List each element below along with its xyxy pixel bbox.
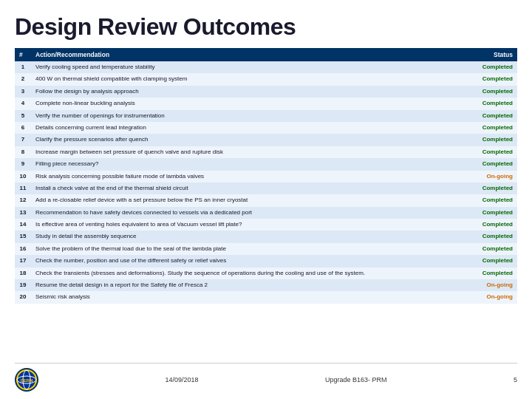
table-row: 20Seismic risk analysisOn-going (15, 291, 517, 303)
row-action: Follow the design by analysis approach (31, 86, 469, 98)
row-number: 15 (15, 231, 31, 242)
row-action: Verify cooling speed and temperature sta… (31, 61, 469, 73)
row-action: Seismic risk analysis (31, 291, 469, 303)
row-number: 12 (15, 194, 31, 206)
row-status: On-going (469, 291, 517, 303)
table-wrap: # Action/Recommendation Status 1Verify c… (15, 48, 517, 360)
table-row: 8Increase margin between set pressure of… (15, 146, 517, 158)
footer: CERN 14/09/2018 Upgrade B163- PRM 5 (15, 363, 517, 392)
row-action: Study in detail the assembly sequence (31, 231, 469, 242)
table-row: 4Complete non-linear buckling analysisCo… (15, 98, 517, 109)
row-number: 3 (15, 86, 31, 98)
row-status: Completed (469, 61, 517, 73)
table-row: 16Solve the problem of the thermal load … (15, 243, 517, 255)
col-header-status: Status (469, 48, 517, 61)
row-status: Completed (469, 146, 517, 158)
row-status: On-going (469, 171, 517, 183)
svg-text:CERN: CERN (20, 378, 33, 383)
row-number: 1 (15, 61, 31, 73)
col-header-action: Action/Recommendation (31, 48, 469, 61)
row-status: Completed (469, 207, 517, 219)
table-row: 17Check the number, position and use of … (15, 255, 517, 267)
row-status: Completed (469, 243, 517, 255)
row-status: Completed (469, 231, 517, 242)
row-status: Completed (469, 219, 517, 231)
row-action: Clarify the pressure scenarios after que… (31, 134, 469, 146)
row-action: Install a check valve at the end of the … (31, 183, 469, 194)
row-status: Completed (469, 158, 517, 170)
row-action: 400 W on thermal shield compatible with … (31, 73, 469, 85)
row-number: 5 (15, 110, 31, 122)
row-action: Check the transients (stresses and defor… (31, 267, 469, 279)
table-row: 10Risk analysis concerning possible fail… (15, 171, 517, 183)
row-number: 11 (15, 183, 31, 194)
page-title: Design Review Outcomes (15, 13, 517, 41)
row-number: 8 (15, 146, 31, 158)
row-action: Resume the detail design in a report for… (31, 279, 469, 291)
table-row: 6Details concerning current lead integra… (15, 122, 517, 134)
row-action: Add a re-closable relief device with a s… (31, 194, 469, 206)
row-status: Completed (469, 134, 517, 146)
table-row: 12Add a re-closable relief device with a… (15, 194, 517, 206)
row-status: Completed (469, 98, 517, 109)
col-header-num: # (15, 48, 31, 61)
table-row: 19Resume the detail design in a report f… (15, 279, 517, 291)
row-number: 4 (15, 98, 31, 109)
row-number: 14 (15, 219, 31, 231)
row-number: 20 (15, 291, 31, 303)
row-status: Completed (469, 86, 517, 98)
row-status: Completed (469, 194, 517, 206)
outcomes-table: # Action/Recommendation Status 1Verify c… (15, 48, 517, 304)
table-row: 3Follow the design by analysis approachC… (15, 86, 517, 98)
row-number: 16 (15, 243, 31, 255)
table-row: 18Check the transients (stresses and def… (15, 267, 517, 279)
row-number: 18 (15, 267, 31, 279)
row-number: 10 (15, 171, 31, 183)
row-action: Complete non-linear buckling analysis (31, 98, 469, 109)
row-action: Recommendation to have safety devices co… (31, 207, 469, 219)
table-row: 7Clarify the pressure scenarios after qu… (15, 134, 517, 146)
table-header-row: # Action/Recommendation Status (15, 48, 517, 61)
row-number: 2 (15, 73, 31, 85)
table-row: 13Recommendation to have safety devices … (15, 207, 517, 219)
row-action: Details concerning current lead integrat… (31, 122, 469, 134)
row-action: Filling piece necessary? (31, 158, 469, 170)
row-status: Completed (469, 255, 517, 267)
table-row: 1Verify cooling speed and temperature st… (15, 61, 517, 73)
row-number: 9 (15, 158, 31, 170)
table-row: 5Verify the number of openings for instr… (15, 110, 517, 122)
footer-page: 5 (514, 376, 517, 383)
row-number: 19 (15, 279, 31, 291)
row-status: Completed (469, 110, 517, 122)
row-status: Completed (469, 122, 517, 134)
row-status: Completed (469, 183, 517, 194)
row-number: 7 (15, 134, 31, 146)
table-row: 14Is effective area of venting holes equ… (15, 219, 517, 231)
row-status: Completed (469, 267, 517, 279)
row-action: Solve the problem of the thermal load du… (31, 243, 469, 255)
row-number: 6 (15, 122, 31, 134)
row-action: Verify the number of openings for instru… (31, 110, 469, 122)
row-action: Check the number, position and use of th… (31, 255, 469, 267)
table-row: 9Filling piece necessary?Completed (15, 158, 517, 170)
row-status: Completed (469, 73, 517, 85)
footer-date: 14/09/2018 (165, 376, 198, 383)
table-row: 2400 W on thermal shield compatible with… (15, 73, 517, 85)
table-row: 11Install a check valve at the end of th… (15, 183, 517, 194)
footer-info: Upgrade B163- PRM (325, 376, 387, 383)
row-action: Risk analysis concerning possible failur… (31, 171, 469, 183)
page: Design Review Outcomes # Action/Recommen… (0, 0, 532, 399)
row-action: Is effective area of venting holes equiv… (31, 219, 469, 231)
logo-circle: CERN (15, 368, 38, 392)
row-action: Increase margin between set pressure of … (31, 146, 469, 158)
footer-logo: CERN (15, 368, 38, 392)
row-number: 17 (15, 255, 31, 267)
table-row: 15Study in detail the assembly sequenceC… (15, 231, 517, 242)
row-number: 13 (15, 207, 31, 219)
row-status: On-going (469, 279, 517, 291)
